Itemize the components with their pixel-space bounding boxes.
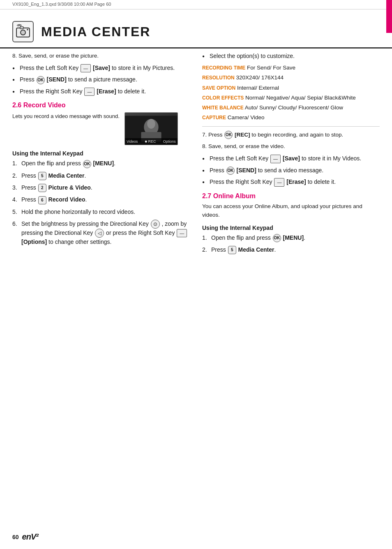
step-text: Open the flip and press [21, 160, 83, 167]
bullet-tail: to store it in My Videos. [302, 155, 361, 162]
step-num: 4. [12, 195, 17, 204]
svg-rect-2 [20, 27, 23, 29]
bullet-send-video: Press OK [SEND] to send a video message. [202, 166, 380, 175]
bullet-text: Select the option(s) to customize. [210, 53, 295, 59]
bullet-bold: [Save] [283, 155, 300, 162]
step-27-2: 2. Press 5 Media Center. [202, 246, 380, 254]
step-5: 5. Hold the phone horizontally to record… [12, 208, 190, 216]
ok-key-icon4: OK [273, 234, 281, 242]
step-tail: . [274, 246, 276, 253]
step-8: 8. Save, send, or erase the video. [202, 142, 380, 151]
bullet-text: Press the Left Soft Key [210, 155, 270, 162]
step-tail: to change other settings. [48, 239, 111, 245]
ok-key-icon2: OK [224, 131, 233, 139]
svg-point-6 [147, 119, 155, 129]
step7-before: 7. Press [202, 132, 224, 138]
option-color-effects: COLOR EFFECTS Normal/ Negative/ Aqua/ Se… [202, 94, 380, 102]
key-2-icon: 2 [38, 184, 46, 192]
step-bold: [MENU] [283, 234, 304, 241]
step-1: 1. Open the flip and press OK [MENU]. [12, 159, 190, 168]
step-num: 1. [202, 234, 207, 242]
step-text: Open the flip and press [211, 234, 272, 241]
video-description: Lets you record a video message with sou… [12, 112, 120, 121]
videos-label: Videos [127, 139, 138, 144]
bullet-save-picture: Press the Left Soft Key — [Save] to stor… [12, 64, 190, 73]
save-picture-bullets: Press the Left Soft Key — [Save] to stor… [12, 64, 190, 96]
page-title: MEDIA CENTER [41, 24, 150, 39]
bullet-bold: [Save] [93, 65, 110, 71]
section-27-heading: 2.7 Online Album [202, 192, 380, 200]
step-27-1: 1. Open the flip and press OK [MENU]. [202, 234, 380, 242]
rec-label: ■ REC [145, 139, 156, 144]
option-desc: Camera/ Video [228, 114, 265, 120]
key-5b-icon: 5 [228, 246, 236, 254]
section-26-heading: 2.6 Record Video [12, 102, 190, 109]
bullet-erase-video: Press the Right Soft Key — [Erase] to de… [202, 178, 380, 187]
step-num: 5. [12, 208, 17, 216]
step-text: Set the brightness by pressing the Direc… [21, 220, 150, 227]
bullet-erase-picture: Press the Right Soft Key — [Erase] to de… [12, 87, 190, 96]
step-3: 3. Press 2 Picture & Video. [12, 183, 190, 192]
bullet-text: Press the Left Soft Key [20, 65, 80, 71]
section-icon [12, 21, 34, 42]
step-text: Press [21, 196, 38, 203]
video-thumb-bar: Videos ■ REC Options [125, 138, 178, 145]
step-tail: . [91, 184, 92, 191]
section27-desc: You can access your Online Album, and up… [202, 202, 380, 220]
step-4: 4. Press 6 Record Video. [12, 195, 190, 204]
right-column: Select the option(s) to customize. RECOR… [202, 52, 380, 257]
save-video-bullets: Press the Left Soft Key — [Save] to stor… [202, 154, 380, 186]
step-bold: Media Center [48, 172, 85, 179]
option-desc: Normal/ Negative/ Aqua/ Sepia/ Black&Whi… [245, 95, 356, 101]
bullet-bold: [Erase] [286, 178, 306, 185]
option-label: RECORDING TIME [202, 65, 245, 71]
right-soft-key2-icon: — [177, 229, 187, 238]
step7-bold: [REC] [235, 132, 250, 138]
svg-point-3 [27, 29, 28, 30]
steps-27-list: 1. Open the flip and press OK [MENU]. 2.… [202, 234, 380, 255]
step-bold: Picture & Video [48, 184, 91, 191]
file-info: VX9100_Eng_1.3.qxd 9/30/08 10:00 AM Page… [0, 0, 392, 9]
divider [202, 126, 380, 127]
option-recording-time: RECORDING TIME For Send/ For Save [202, 64, 380, 72]
main-content: 8. Save, send, or erase the picture. Pre… [0, 52, 392, 257]
bullet-tail: to send a picture message. [68, 76, 137, 83]
option-desc: 320X240/ 176X144 [236, 74, 284, 81]
step-7: 7. Press OK [REC] to begin recording, an… [202, 131, 380, 139]
ok-key-icon: OK [37, 76, 45, 84]
using-internal-keypad-27-heading: Using the Internal Keypad [202, 225, 380, 231]
intro-text: 8. Save, send, or erase the picture. [12, 52, 190, 60]
step-tail: . [85, 172, 86, 179]
ok-key-icon: OK [83, 160, 91, 168]
step-bold: Record Video [48, 196, 85, 203]
option-resolution: RESOLUTION 320X240/ 176X144 [202, 74, 380, 82]
option-label: WHITE BALANCE [202, 105, 244, 111]
options-label: Options [163, 139, 176, 144]
using-internal-keypad-heading: Using the Internal Keypad [12, 150, 190, 157]
step-num: 1. [12, 159, 17, 168]
left-soft-key-icon: — [81, 64, 91, 73]
step-text: Press [211, 246, 228, 253]
device-logo: enV² [22, 532, 38, 542]
step-tail: . [114, 160, 115, 167]
select-option-bullets: Select the option(s) to customize. [202, 52, 380, 60]
ok-key-icon3: OK [226, 167, 235, 175]
step-bold: [MENU] [93, 160, 114, 167]
key-6-icon: 6 [38, 196, 46, 204]
bullet-bold: [Erase] [97, 88, 116, 95]
left-column: 8. Save, send, or erase the picture. Pre… [12, 52, 190, 257]
option-desc: For Send/ For Save [247, 65, 295, 71]
page-footer: 60 enV² [12, 532, 38, 542]
step-text: Press [21, 184, 38, 191]
directional-key2-icon: ◁ [95, 229, 104, 238]
bullet-bold: [SEND] [237, 167, 256, 174]
step-bold: Media Center [238, 246, 274, 253]
bullet-text: Press [20, 76, 36, 83]
option-white-balance: WHITE BALANCE Auto/ Sunny/ Cloudy/ Fluor… [202, 104, 380, 112]
option-save-option: SAVE OPTION Internal/ External [202, 84, 380, 92]
step7-after: to begin recording, and again to stop. [251, 132, 343, 138]
step-text: Hold the phone horizontally to record vi… [21, 208, 135, 215]
step-bold: [Options] [21, 239, 47, 245]
option-label: COLOR EFFECTS [202, 95, 244, 101]
key-5-icon: 5 [38, 172, 46, 180]
